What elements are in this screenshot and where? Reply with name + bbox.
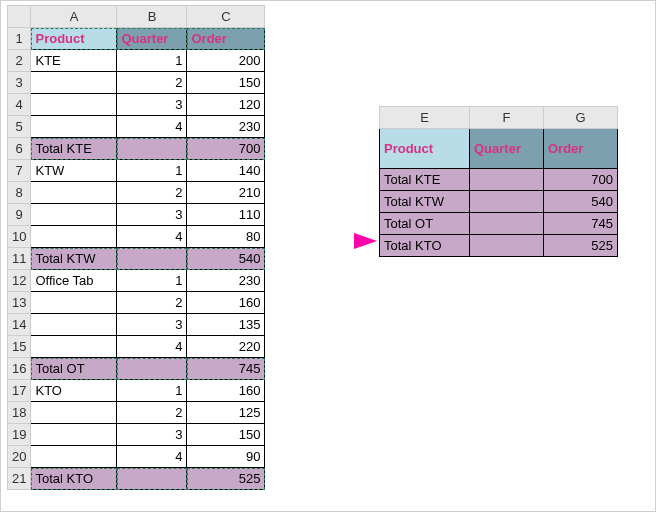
cell[interactable]: Product [31, 28, 117, 50]
cell[interactable] [470, 235, 544, 257]
cell[interactable]: Total KTO [31, 468, 117, 490]
row-header[interactable]: 7 [8, 160, 31, 182]
cell[interactable]: 4 [117, 446, 187, 468]
cell[interactable] [31, 204, 117, 226]
cell[interactable]: Total KTE [380, 169, 470, 191]
cell[interactable]: 2 [117, 72, 187, 94]
cell[interactable] [470, 169, 544, 191]
cell[interactable]: 3 [117, 204, 187, 226]
cell[interactable]: KTO [31, 380, 117, 402]
cell[interactable]: 3 [117, 94, 187, 116]
cell[interactable]: 745 [544, 213, 618, 235]
cell[interactable] [117, 358, 187, 380]
cell[interactable]: Office Tab [31, 270, 117, 292]
cell[interactable]: Total OT [31, 358, 117, 380]
cell[interactable] [117, 138, 187, 160]
row-header[interactable]: 13 [8, 292, 31, 314]
cell[interactable]: 1 [117, 50, 187, 72]
cell[interactable]: 3 [117, 314, 187, 336]
cell[interactable]: Order [187, 28, 265, 50]
cell[interactable]: 160 [187, 380, 265, 402]
cell[interactable]: Total KTW [31, 248, 117, 270]
cell[interactable] [117, 248, 187, 270]
cell[interactable]: KTW [31, 160, 117, 182]
cell[interactable] [470, 191, 544, 213]
cell[interactable]: Order [544, 129, 618, 169]
col-header-b[interactable]: B [117, 6, 187, 28]
cell[interactable]: Total KTW [380, 191, 470, 213]
cell[interactable]: Total KTO [380, 235, 470, 257]
col-header-f[interactable]: F [470, 107, 544, 129]
cell[interactable] [31, 424, 117, 446]
row-header[interactable]: 21 [8, 468, 31, 490]
cell[interactable]: 120 [187, 94, 265, 116]
row-header[interactable]: 6 [8, 138, 31, 160]
cell[interactable]: 140 [187, 160, 265, 182]
row-header[interactable]: 14 [8, 314, 31, 336]
cell[interactable]: 110 [187, 204, 265, 226]
cell[interactable]: 4 [117, 336, 187, 358]
cell[interactable]: 150 [187, 424, 265, 446]
cell[interactable]: 220 [187, 336, 265, 358]
cell[interactable] [31, 72, 117, 94]
cell[interactable]: Total KTE [31, 138, 117, 160]
cell[interactable]: 2 [117, 182, 187, 204]
cell[interactable]: Total OT [380, 213, 470, 235]
cell[interactable] [117, 468, 187, 490]
cell[interactable] [31, 446, 117, 468]
cell[interactable]: 4 [117, 226, 187, 248]
cell[interactable]: 540 [187, 248, 265, 270]
cell[interactable] [31, 182, 117, 204]
cell[interactable]: 135 [187, 314, 265, 336]
cell[interactable]: KTE [31, 50, 117, 72]
cell[interactable]: Product [380, 129, 470, 169]
cell[interactable]: 230 [187, 270, 265, 292]
select-all-corner[interactable] [8, 6, 31, 28]
cell[interactable]: 150 [187, 72, 265, 94]
cell[interactable]: 540 [544, 191, 618, 213]
cell[interactable] [31, 336, 117, 358]
col-header-a[interactable]: A [31, 6, 117, 28]
row-header[interactable]: 17 [8, 380, 31, 402]
row-header[interactable]: 15 [8, 336, 31, 358]
cell[interactable] [31, 94, 117, 116]
cell[interactable]: 525 [187, 468, 265, 490]
cell[interactable]: 90 [187, 446, 265, 468]
row-header[interactable]: 19 [8, 424, 31, 446]
cell[interactable]: 745 [187, 358, 265, 380]
cell[interactable]: 80 [187, 226, 265, 248]
cell[interactable]: 1 [117, 270, 187, 292]
cell[interactable]: 160 [187, 292, 265, 314]
cell[interactable] [470, 213, 544, 235]
cell[interactable]: 4 [117, 116, 187, 138]
row-header[interactable]: 18 [8, 402, 31, 424]
cell[interactable]: Quarter [470, 129, 544, 169]
row-header[interactable]: 10 [8, 226, 31, 248]
cell[interactable] [31, 292, 117, 314]
source-spreadsheet[interactable]: A B C 1 Product Quarter Order 2KTE120032… [7, 5, 265, 490]
result-spreadsheet[interactable]: E F G Product Quarter Order Total KTE700… [379, 106, 618, 257]
row-header[interactable]: 5 [8, 116, 31, 138]
cell[interactable] [31, 226, 117, 248]
row-header[interactable]: 1 [8, 28, 31, 50]
cell[interactable]: 2 [117, 292, 187, 314]
row-header[interactable]: 3 [8, 72, 31, 94]
cell[interactable]: 230 [187, 116, 265, 138]
col-header-e[interactable]: E [380, 107, 470, 129]
cell[interactable] [31, 314, 117, 336]
row-header[interactable]: 8 [8, 182, 31, 204]
row-header[interactable]: 9 [8, 204, 31, 226]
cell[interactable]: 1 [117, 160, 187, 182]
cell[interactable]: 125 [187, 402, 265, 424]
cell[interactable] [31, 116, 117, 138]
row-header[interactable]: 4 [8, 94, 31, 116]
row-header[interactable]: 16 [8, 358, 31, 380]
cell[interactable]: Quarter [117, 28, 187, 50]
cell[interactable]: 200 [187, 50, 265, 72]
cell[interactable]: 525 [544, 235, 618, 257]
cell[interactable]: 3 [117, 424, 187, 446]
cell[interactable]: 1 [117, 380, 187, 402]
col-header-c[interactable]: C [187, 6, 265, 28]
row-header[interactable]: 11 [8, 248, 31, 270]
row-header[interactable]: 2 [8, 50, 31, 72]
